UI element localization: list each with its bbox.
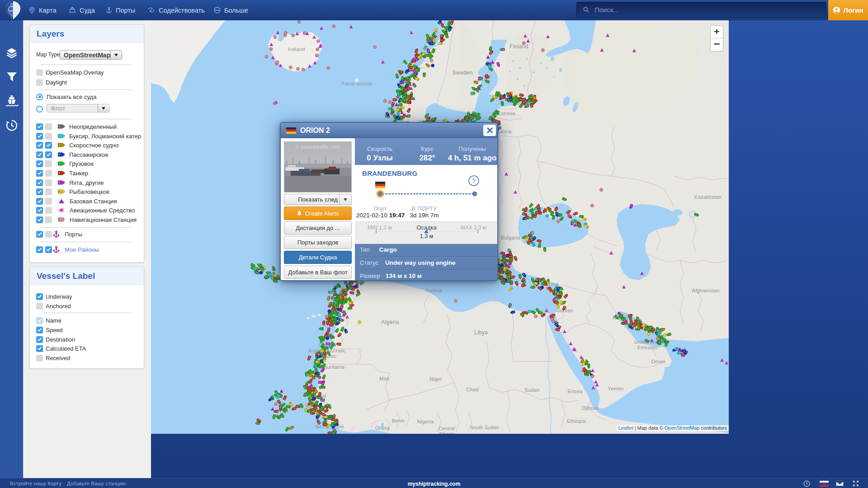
svg-text:Estonia: Estonia	[498, 111, 515, 116]
svg-text:Sudan: Sudan	[524, 387, 539, 393]
svg-text:Libya: Libya	[474, 329, 488, 336]
svg-text:Bulgaria: Bulgaria	[501, 235, 520, 240]
svg-text:Tunisia: Tunisia	[425, 288, 442, 293]
svg-text:South Sudan: South Sudan	[470, 425, 499, 430]
svg-text:Benin: Benin	[392, 418, 405, 423]
svg-text:Chad: Chad	[466, 387, 479, 392]
svg-text:Djibouti: Djibouti	[582, 405, 599, 411]
svg-text:Algeria: Algeria	[381, 319, 399, 325]
svg-text:Nigeria: Nigeria	[417, 419, 434, 424]
svg-text:Eritrea: Eritrea	[567, 389, 582, 394]
svg-text:Kazakhstan: Kazakhstan	[694, 194, 722, 200]
svg-text:Yemen: Yemen	[608, 386, 623, 391]
svg-text:Ethiopia: Ethiopia	[567, 418, 586, 424]
svg-text:Finland: Finland	[509, 43, 528, 50]
svg-text:Iceland: Iceland	[288, 47, 305, 52]
svg-text:© marinetraffic.com: © marinetraffic.com	[295, 144, 340, 150]
svg-text:Oman: Oman	[651, 359, 665, 364]
svg-text:Niger: Niger	[429, 376, 442, 382]
svg-text:Afghanistan: Afghanistan	[692, 288, 719, 293]
svg-text:Emirates: Emirates	[637, 345, 657, 350]
svg-text:African: African	[439, 431, 455, 434]
svg-text:Ghana: Ghana	[375, 425, 390, 431]
svg-text:Central: Central	[439, 426, 455, 431]
svg-text:Faroe Islands: Faroe Islands	[342, 81, 373, 86]
svg-text:Latvia: Latvia	[497, 129, 512, 134]
svg-text:Mali: Mali	[379, 376, 389, 381]
svg-text:Sweden: Sweden	[452, 70, 472, 76]
